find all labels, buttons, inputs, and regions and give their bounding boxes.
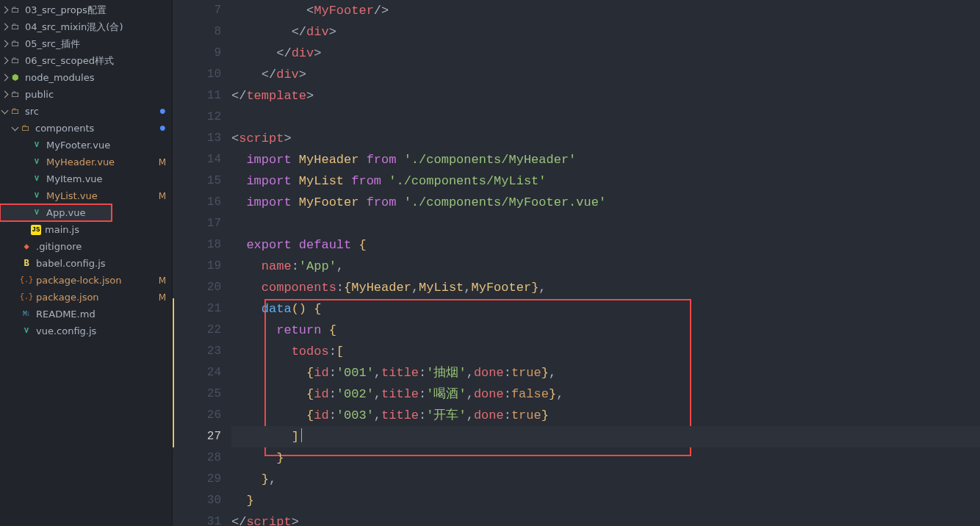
tree-item-label: App.vue [46, 207, 106, 218]
tree-item-babel-config-js[interactable]: Bbabel.config.js [0, 255, 172, 272]
code-line[interactable]: <MyFooter/> [231, 0, 980, 21]
tree-item-03_src_props--[interactable]: 🗀03_src_props配置 [0, 1, 172, 18]
tree-item-package-json[interactable]: {.}package.jsonM [0, 289, 172, 306]
tree-item-label: babel.config.js [36, 258, 166, 269]
file-explorer-sidebar[interactable]: 🗀03_src_props配置🗀04_src_mixin混入(合)🗀05_src… [0, 0, 173, 526]
line-number: 7 [173, 0, 221, 21]
tree-item-label: 03_src_props配置 [25, 4, 166, 17]
chevron-right-icon[interactable] [1, 57, 9, 65]
chevron-down-icon[interactable] [1, 107, 9, 114]
line-number: 9 [173, 43, 221, 64]
tree-item-label: components [35, 123, 159, 134]
code-line[interactable]: data() { [231, 298, 980, 320]
git-icon: ◆ [21, 241, 32, 253]
code-line[interactable]: ] [231, 426, 980, 447]
folder-g-icon: 🗀 [10, 38, 21, 50]
line-number: 30 [173, 490, 221, 511]
chevron-right-icon[interactable] [1, 7, 9, 14]
babel-icon: B [21, 258, 32, 270]
line-number: 13 [173, 128, 221, 149]
code-line[interactable]: </div> [231, 43, 980, 64]
tree-item-label: package.json [36, 292, 154, 303]
code-line[interactable]: {id:'002',title:'喝酒',done:false}, [231, 383, 980, 405]
code-line[interactable]: </div> [231, 64, 980, 85]
tree-item-myitem-vue[interactable]: VMyItem.vue [0, 170, 172, 187]
dirty-indicator: ● [159, 122, 166, 135]
code-editor[interactable]: 7891011121314151617181920212223242526272… [173, 0, 980, 526]
line-number: 31 [173, 511, 221, 526]
vue-icon: V [31, 190, 43, 202]
tree-item-label: public [25, 89, 166, 100]
tree-item-myfooter-vue[interactable]: VMyFooter.vue [0, 137, 172, 154]
chevron-right-icon[interactable] [1, 24, 9, 31]
code-line[interactable]: components:{MyHeader,MyList,MyFooter}, [231, 277, 980, 298]
tree-item-package-lock-json[interactable]: {.}package-lock.jsonM [0, 272, 172, 289]
code-line[interactable]: </div> [231, 21, 980, 43]
line-number: 26 [173, 405, 221, 426]
vue-icon: V [31, 207, 43, 219]
code-line[interactable]: import MyList from './components/MyList' [231, 170, 980, 192]
code-line[interactable]: export default { [231, 234, 980, 256]
chevron-right-icon[interactable] [1, 40, 9, 48]
tree-item-components[interactable]: 🗀components● [0, 120, 172, 137]
line-number: 27 [173, 426, 221, 447]
vue-icon: V [31, 156, 43, 168]
chevron-right-icon[interactable] [1, 91, 9, 98]
tree-item-label: vue.config.js [36, 325, 166, 336]
node-icon: ⬢ [10, 72, 21, 84]
code-line[interactable]: } [231, 490, 980, 511]
tree-item-src[interactable]: 🗀src● [0, 103, 172, 120]
chevron-right-icon[interactable] [1, 74, 9, 82]
tree-item--gitignore[interactable]: ◆.gitignore [0, 238, 172, 255]
line-number: 29 [173, 469, 221, 490]
tree-item-node_modules[interactable]: ⬢node_modules [0, 69, 172, 86]
code-line[interactable]: </script> [231, 511, 980, 526]
line-number-gutter: 7891011121314151617181920212223242526272… [173, 0, 231, 526]
line-number: 21 [173, 298, 221, 320]
tree-item-label: 04_src_mixin混入(合) [25, 21, 166, 34]
tree-item-label: MyFooter.vue [46, 140, 166, 151]
tree-item-label: MyList.vue [46, 190, 154, 201]
tree-item-05_src_--[interactable]: 🗀05_src_插件 [0, 35, 172, 52]
json-icon: {.} [21, 292, 32, 303]
tree-item-label: 05_src_插件 [25, 37, 166, 51]
code-line[interactable]: }, [231, 469, 980, 490]
code-line[interactable]: name:'App', [231, 256, 980, 277]
code-line[interactable]: <script> [231, 128, 980, 149]
md-icon: M↓ [21, 309, 32, 320]
tree-item-vue-config-js[interactable]: Vvue.config.js [0, 323, 172, 339]
vue-icon: V [21, 325, 32, 337]
line-number: 19 [173, 256, 221, 277]
code-line[interactable] [231, 213, 980, 234]
tree-item-04_src_mixin-----[interactable]: 🗀04_src_mixin混入(合) [0, 18, 172, 35]
modified-indicator: M [154, 292, 166, 303]
tree-item-myheader-vue[interactable]: VMyHeader.vueM [0, 154, 172, 170]
code-line[interactable]: {id:'003',title:'开车',done:true} [231, 405, 980, 426]
line-number: 8 [173, 21, 221, 43]
code-line[interactable]: } [231, 447, 980, 469]
line-number: 25 [173, 383, 221, 405]
code-line[interactable]: </template> [231, 85, 980, 107]
chevron-down-icon[interactable] [12, 123, 19, 131]
code-line[interactable]: todos:[ [231, 341, 980, 362]
code-line[interactable]: return { [231, 320, 980, 341]
tree-item-public[interactable]: 🗀public [0, 86, 172, 103]
tree-item-app-vue[interactable]: VApp.vue [0, 204, 112, 221]
tree-item-06_src_scoped--[interactable]: 🗀06_src_scoped样式 [0, 52, 172, 69]
folder-g-icon: 🗀 [10, 21, 21, 33]
code-line[interactable] [231, 107, 980, 128]
folder-g-icon: 🗀 [10, 89, 21, 101]
code-line[interactable]: import MyHeader from './components/MyHea… [231, 149, 980, 170]
tree-item-label: README.md [36, 309, 166, 320]
tree-item-readme-md[interactable]: M↓README.md [0, 306, 172, 323]
code-line[interactable]: import MyFooter from './components/MyFoo… [231, 192, 980, 213]
tree-item-label: node_modules [25, 72, 166, 83]
tree-item-mylist-vue[interactable]: VMyList.vueM [0, 187, 172, 204]
modified-indicator: M [154, 275, 166, 286]
line-number: 15 [173, 170, 221, 192]
line-number: 20 [173, 277, 221, 298]
tree-item-main-js[interactable]: JSmain.js [0, 221, 172, 238]
code-content[interactable]: <MyFooter/> </div> </div> </div></templa… [231, 0, 980, 526]
code-line[interactable]: {id:'001',title:'抽烟',done:true}, [231, 362, 980, 383]
tree-item-label: 06_src_scoped样式 [25, 54, 166, 68]
